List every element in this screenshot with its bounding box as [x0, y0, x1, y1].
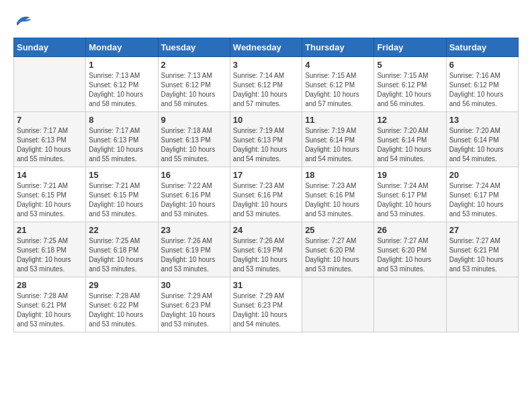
day-info: Sunrise: 7:25 AMSunset: 6:18 PMDaylight:… — [89, 236, 154, 274]
weekday-header-tuesday: Tuesday — [158, 38, 230, 57]
day-number: 11 — [305, 115, 371, 125]
sunset-text: Sunset: 6:16 PM — [305, 191, 371, 200]
calendar-cell: 31Sunrise: 7:29 AMSunset: 6:23 PMDayligh… — [230, 277, 302, 332]
sunrise-text: Sunrise: 7:23 AM — [233, 181, 299, 191]
calendar-cell: 3Sunrise: 7:14 AMSunset: 6:12 PMDaylight… — [230, 57, 302, 112]
daylight-text: Daylight: 10 hours and 56 minutes. — [377, 90, 443, 109]
sunset-text: Sunset: 6:13 PM — [17, 136, 83, 145]
sunrise-text: Sunrise: 7:27 AM — [377, 236, 443, 246]
sunset-text: Sunset: 6:20 PM — [305, 246, 371, 255]
day-number: 22 — [89, 225, 154, 235]
calendar-week-row: 14Sunrise: 7:21 AMSunset: 6:15 PMDayligh… — [14, 167, 519, 222]
day-number: 31 — [233, 280, 299, 290]
calendar-cell: 18Sunrise: 7:23 AMSunset: 6:16 PMDayligh… — [302, 167, 374, 222]
calendar-cell — [446, 277, 518, 332]
calendar-cell: 19Sunrise: 7:24 AMSunset: 6:17 PMDayligh… — [374, 167, 446, 222]
calendar-week-row: 1Sunrise: 7:13 AMSunset: 6:12 PMDaylight… — [14, 57, 519, 112]
day-number: 10 — [233, 115, 299, 125]
sunrise-text: Sunrise: 7:15 AM — [305, 71, 371, 81]
header — [13, 13, 519, 31]
calendar-week-row: 28Sunrise: 7:28 AMSunset: 6:21 PMDayligh… — [14, 277, 519, 332]
calendar-cell: 26Sunrise: 7:27 AMSunset: 6:20 PMDayligh… — [374, 222, 446, 277]
sunset-text: Sunset: 6:12 PM — [377, 81, 443, 90]
logo-icon — [13, 13, 32, 31]
day-info: Sunrise: 7:13 AMSunset: 6:12 PMDaylight:… — [89, 71, 154, 109]
calendar-cell: 14Sunrise: 7:21 AMSunset: 6:15 PMDayligh… — [14, 167, 86, 222]
day-info: Sunrise: 7:21 AMSunset: 6:15 PMDaylight:… — [89, 181, 154, 219]
calendar-cell: 12Sunrise: 7:20 AMSunset: 6:14 PMDayligh… — [374, 112, 446, 167]
calendar-cell: 1Sunrise: 7:13 AMSunset: 6:12 PMDaylight… — [86, 57, 158, 112]
calendar-cell — [302, 277, 374, 332]
sunrise-text: Sunrise: 7:18 AM — [161, 126, 227, 136]
sunset-text: Sunset: 6:12 PM — [89, 81, 154, 90]
day-info: Sunrise: 7:18 AMSunset: 6:13 PMDaylight:… — [161, 126, 227, 164]
day-number: 24 — [233, 225, 299, 235]
day-info: Sunrise: 7:28 AMSunset: 6:22 PMDaylight:… — [89, 291, 154, 329]
sunrise-text: Sunrise: 7:20 AM — [377, 126, 443, 136]
weekday-header-friday: Friday — [374, 38, 446, 57]
sunrise-text: Sunrise: 7:28 AM — [89, 291, 154, 301]
day-number: 7 — [17, 115, 83, 125]
sunrise-text: Sunrise: 7:25 AM — [17, 236, 83, 246]
sunrise-text: Sunrise: 7:19 AM — [233, 126, 299, 136]
sunrise-text: Sunrise: 7:29 AM — [161, 291, 227, 301]
day-number: 2 — [161, 60, 227, 70]
day-info: Sunrise: 7:17 AMSunset: 6:13 PMDaylight:… — [17, 126, 83, 164]
sunset-text: Sunset: 6:12 PM — [305, 81, 371, 90]
sunset-text: Sunset: 6:22 PM — [89, 301, 154, 310]
calendar-cell: 10Sunrise: 7:19 AMSunset: 6:13 PMDayligh… — [230, 112, 302, 167]
calendar-cell: 4Sunrise: 7:15 AMSunset: 6:12 PMDaylight… — [302, 57, 374, 112]
calendar-cell — [374, 277, 446, 332]
sunset-text: Sunset: 6:14 PM — [377, 136, 443, 145]
day-number: 30 — [161, 280, 227, 290]
sunset-text: Sunset: 6:23 PM — [161, 301, 227, 310]
calendar-cell: 8Sunrise: 7:17 AMSunset: 6:13 PMDaylight… — [86, 112, 158, 167]
sunset-text: Sunset: 6:12 PM — [161, 81, 227, 90]
calendar-cell: 30Sunrise: 7:29 AMSunset: 6:23 PMDayligh… — [158, 277, 230, 332]
calendar-cell — [14, 57, 86, 112]
daylight-text: Daylight: 10 hours and 53 minutes. — [89, 200, 154, 219]
sunrise-text: Sunrise: 7:22 AM — [161, 181, 227, 191]
day-info: Sunrise: 7:20 AMSunset: 6:14 PMDaylight:… — [449, 126, 515, 164]
day-number: 15 — [89, 170, 154, 180]
day-number: 18 — [305, 170, 371, 180]
sunset-text: Sunset: 6:18 PM — [89, 246, 154, 255]
calendar-cell: 16Sunrise: 7:22 AMSunset: 6:16 PMDayligh… — [158, 167, 230, 222]
day-info: Sunrise: 7:20 AMSunset: 6:14 PMDaylight:… — [377, 126, 443, 164]
sunset-text: Sunset: 6:13 PM — [89, 136, 154, 145]
calendar-week-row: 21Sunrise: 7:25 AMSunset: 6:18 PMDayligh… — [14, 222, 519, 277]
day-info: Sunrise: 7:21 AMSunset: 6:15 PMDaylight:… — [17, 181, 83, 219]
sunrise-text: Sunrise: 7:25 AM — [89, 236, 154, 246]
day-info: Sunrise: 7:27 AMSunset: 6:20 PMDaylight:… — [377, 236, 443, 274]
sunrise-text: Sunrise: 7:16 AM — [449, 71, 515, 81]
day-number: 29 — [89, 280, 154, 290]
daylight-text: Daylight: 10 hours and 58 minutes. — [161, 90, 227, 109]
day-number: 19 — [377, 170, 443, 180]
daylight-text: Daylight: 10 hours and 56 minutes. — [449, 90, 515, 109]
daylight-text: Daylight: 10 hours and 55 minutes. — [17, 145, 83, 164]
daylight-text: Daylight: 10 hours and 53 minutes. — [377, 255, 443, 274]
sunset-text: Sunset: 6:12 PM — [233, 81, 299, 90]
daylight-text: Daylight: 10 hours and 55 minutes. — [89, 145, 154, 164]
day-info: Sunrise: 7:13 AMSunset: 6:12 PMDaylight:… — [161, 71, 227, 109]
logo — [13, 13, 35, 31]
calendar-cell: 9Sunrise: 7:18 AMSunset: 6:13 PMDaylight… — [158, 112, 230, 167]
sunrise-text: Sunrise: 7:17 AM — [89, 126, 154, 136]
daylight-text: Daylight: 10 hours and 53 minutes. — [161, 255, 227, 274]
daylight-text: Daylight: 10 hours and 53 minutes. — [305, 200, 371, 219]
day-info: Sunrise: 7:24 AMSunset: 6:17 PMDaylight:… — [377, 181, 443, 219]
sunset-text: Sunset: 6:15 PM — [89, 191, 154, 200]
day-number: 28 — [17, 280, 83, 290]
day-number: 17 — [233, 170, 299, 180]
calendar-cell: 25Sunrise: 7:27 AMSunset: 6:20 PMDayligh… — [302, 222, 374, 277]
daylight-text: Daylight: 10 hours and 53 minutes. — [377, 200, 443, 219]
daylight-text: Daylight: 10 hours and 53 minutes. — [17, 255, 83, 274]
calendar-cell: 29Sunrise: 7:28 AMSunset: 6:22 PMDayligh… — [86, 277, 158, 332]
day-info: Sunrise: 7:25 AMSunset: 6:18 PMDaylight:… — [17, 236, 83, 274]
sunrise-text: Sunrise: 7:26 AM — [161, 236, 227, 246]
calendar-cell: 5Sunrise: 7:15 AMSunset: 6:12 PMDaylight… — [374, 57, 446, 112]
day-number: 4 — [305, 60, 371, 70]
daylight-text: Daylight: 10 hours and 53 minutes. — [449, 200, 515, 219]
calendar-cell: 2Sunrise: 7:13 AMSunset: 6:12 PMDaylight… — [158, 57, 230, 112]
sunrise-text: Sunrise: 7:19 AM — [305, 126, 371, 136]
